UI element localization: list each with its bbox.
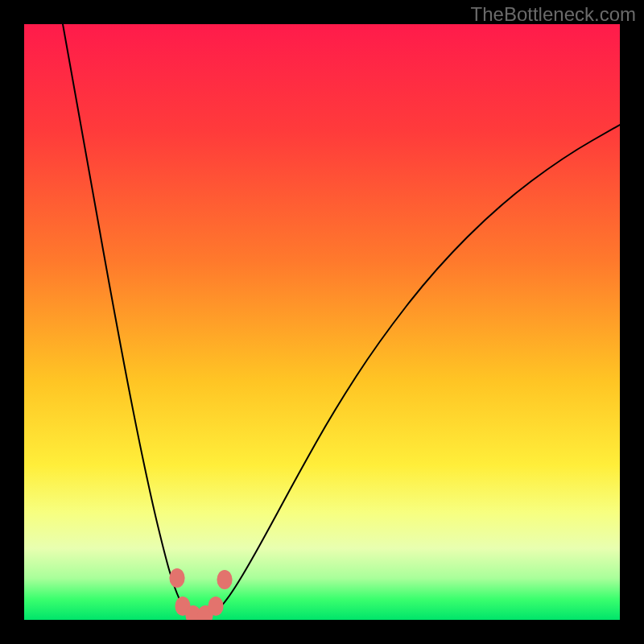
plot-area <box>24 24 620 620</box>
gradient-background <box>24 24 620 620</box>
marker-dot <box>208 597 223 616</box>
watermark-text: TheBottleneck.com <box>471 3 636 26</box>
marker-dot <box>217 570 232 589</box>
marker-dot <box>169 568 184 588</box>
chart-svg <box>24 24 620 620</box>
chart-frame: TheBottleneck.com <box>0 0 644 644</box>
